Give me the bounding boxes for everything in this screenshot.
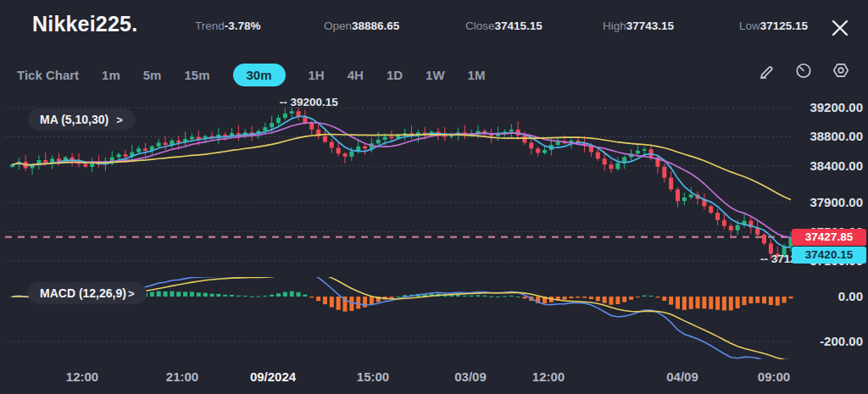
ma-indicator-pill[interactable]: MA (5,10,30) > xyxy=(28,108,135,130)
trading-chart-window: Nikkei225. Trend-3.78% Open38886.65 Clos… xyxy=(0,0,868,394)
last-price-tag: 37420.15 xyxy=(792,247,866,264)
time-axis-label: 12:00 xyxy=(66,369,98,384)
time-axis-label: 04/09 xyxy=(666,369,698,384)
chevron-right-icon: > xyxy=(128,287,135,300)
peak-price-annotation: -- 39200.15 xyxy=(280,96,338,108)
price-axis-label: 39200.00 xyxy=(795,100,863,114)
gridlines xyxy=(5,108,793,341)
time-axis-label: 15:00 xyxy=(357,369,389,384)
candlestick-chart[interactable] xyxy=(0,0,868,394)
price-line-tag: 37427.85 xyxy=(792,229,866,246)
price-axis-label: 38400.00 xyxy=(795,158,863,173)
time-axis-label: 09/2024 xyxy=(250,369,296,384)
time-axis-label: 12:00 xyxy=(532,369,565,384)
macd-axis-label: 0.00 xyxy=(795,289,863,303)
macd-indicator-pill[interactable]: MACD (12,26,9) > xyxy=(28,282,147,304)
price-axis-label: 37900.00 xyxy=(795,195,863,209)
ma-indicator-label: MA (5,10,30) xyxy=(40,113,108,126)
macd-axis-label: -200.00 xyxy=(795,334,863,348)
time-axis-label: 09:00 xyxy=(758,369,790,384)
chevron-right-icon: > xyxy=(116,114,123,126)
macd-indicator-label: MACD (12,26,9) xyxy=(40,286,126,300)
price-axis-label: 38800.00 xyxy=(795,129,863,143)
time-axis-label: 03/09 xyxy=(454,369,487,384)
time-axis-label: 21:00 xyxy=(166,369,198,384)
moving-average-lines xyxy=(13,116,791,247)
